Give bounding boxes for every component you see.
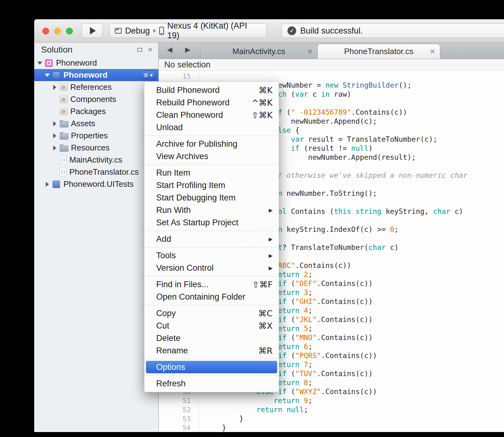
nav-back-icon[interactable]: ◀ bbox=[167, 46, 172, 53]
dock-pad-icon[interactable] bbox=[137, 48, 142, 52]
menu-item-label: Refresh bbox=[156, 379, 273, 389]
expand-icon[interactable] bbox=[52, 121, 58, 127]
menu-item-build-phoneword[interactable]: Build Phoneword⌘K bbox=[144, 84, 279, 96]
close-pad-icon[interactable]: × bbox=[148, 45, 153, 54]
csfile-icon: {} bbox=[59, 156, 67, 164]
menu-separator bbox=[144, 375, 279, 375]
chevron-right-icon bbox=[153, 29, 156, 33]
tree-item-components[interactable]: ⚙Components bbox=[34, 93, 158, 105]
build-config-selector[interactable]: Debug Nexus 4 (KitKat) (API 19) bbox=[110, 24, 267, 38]
close-tab-icon[interactable]: × bbox=[430, 47, 435, 56]
tab-label: MainActivity.cs bbox=[232, 47, 285, 56]
menu-item-set-as-startup-project[interactable]: Set As Startup Project bbox=[144, 216, 279, 229]
menu-item-shortcut: ^⌘K bbox=[252, 98, 273, 108]
zoom-window-button[interactable] bbox=[66, 28, 73, 34]
menu-item-label: Unload bbox=[156, 123, 273, 132]
tree-item-label: MainActivity.cs bbox=[69, 155, 122, 165]
tree-item-references[interactable]: ⚙References bbox=[34, 81, 158, 93]
collapse-icon[interactable] bbox=[37, 60, 43, 66]
menu-item-label: Copy bbox=[156, 309, 252, 318]
tree-item-mainactivity-cs[interactable]: {}MainActivity.cs bbox=[34, 154, 158, 166]
expand-icon[interactable] bbox=[44, 181, 50, 187]
menu-item-clean-phoneword[interactable]: Clean Phoneword⇧⌘K bbox=[144, 109, 279, 121]
menu-item-view-archives[interactable]: View Archives bbox=[144, 150, 279, 163]
tree-item-resources[interactable]: Resources bbox=[34, 142, 158, 154]
menu-item-shortcut: ⇧⌘K bbox=[252, 110, 273, 120]
submenu-arrow-icon: ▶ bbox=[269, 253, 273, 259]
menu-item-start-profiling-item[interactable]: Start Profiling Item bbox=[144, 179, 279, 191]
collapse-icon[interactable] bbox=[44, 72, 50, 78]
folder-icon bbox=[59, 131, 68, 140]
menu-item-label: Rebuild Phoneword bbox=[156, 98, 245, 108]
minimize-window-button[interactable] bbox=[54, 28, 61, 34]
menu-item-run-item[interactable]: Run Item bbox=[144, 167, 279, 179]
close-tab-icon[interactable]: × bbox=[307, 47, 312, 56]
menu-item-delete[interactable]: Delete bbox=[144, 332, 279, 344]
tree-item-properties[interactable]: Properties bbox=[34, 130, 158, 142]
breadcrumb: No selection bbox=[159, 59, 504, 71]
menu-item-add[interactable]: Add▶ bbox=[144, 233, 279, 245]
menu-item-label: Start Profiling Item bbox=[156, 181, 273, 190]
project-options-gear-button[interactable]: ⚙ ▾ bbox=[141, 71, 155, 80]
menu-item-start-debugging-item[interactable]: Start Debugging Item bbox=[144, 191, 279, 204]
code-line: } bbox=[205, 423, 504, 432]
context-menu: Build Phoneword⌘KRebuild Phoneword^⌘KCle… bbox=[144, 81, 279, 392]
menu-item-rename[interactable]: Rename⌘R bbox=[144, 344, 279, 357]
tab-bar: ◀ ▶ MainActivity.cs×PhoneTranslator.cs× bbox=[159, 43, 504, 59]
menu-item-open-containing-folder[interactable]: Open Containing Folder bbox=[144, 291, 279, 303]
tree-item-label: References bbox=[70, 82, 112, 92]
menu-item-label: Run With bbox=[156, 205, 263, 215]
menu-item-tools[interactable]: Tools▶ bbox=[144, 249, 279, 262]
build-status-bar[interactable]: ✓ Build successful. bbox=[282, 24, 504, 38]
menu-item-cut[interactable]: Cut⌘X bbox=[144, 320, 279, 332]
menu-item-shortcut: ⌘X bbox=[259, 321, 273, 331]
run-button[interactable] bbox=[82, 24, 103, 38]
line-number: 52 bbox=[159, 405, 199, 414]
menu-item-shortcut: ⌘K bbox=[259, 85, 273, 95]
device-icon bbox=[159, 27, 164, 35]
expander-spacer bbox=[52, 96, 58, 103]
tree-item-assets[interactable]: Assets bbox=[34, 117, 158, 130]
package-icon: ⚙ bbox=[59, 84, 68, 91]
tree-item-phoneword[interactable]: Phoneword bbox=[34, 57, 158, 69]
tree-item-packages[interactable]: ⚙Packages bbox=[34, 105, 158, 117]
breadcrumb-label: No selection bbox=[164, 60, 211, 70]
menu-item-label: Options bbox=[156, 362, 271, 372]
menu-item-unload[interactable]: Unload bbox=[144, 121, 279, 134]
expander-spacer bbox=[52, 108, 58, 115]
tree-item-phoneword[interactable]: Phoneword⚙ ▾ bbox=[34, 69, 158, 81]
nav-forward-icon[interactable]: ▶ bbox=[185, 46, 190, 53]
menu-item-refresh[interactable]: Refresh bbox=[144, 377, 279, 390]
tab-mainactivity-cs[interactable]: MainActivity.cs× bbox=[200, 44, 318, 59]
tree-item-phonetranslator-cs[interactable]: {}PhoneTranslator.cs bbox=[34, 166, 158, 178]
expand-icon[interactable] bbox=[52, 145, 58, 151]
menu-item-rebuild-phoneword[interactable]: Rebuild Phoneword^⌘K bbox=[144, 96, 279, 109]
menu-item-find-in-files[interactable]: Find in Files...⇧⌘F bbox=[144, 278, 279, 291]
menu-item-copy[interactable]: Copy⌘C bbox=[144, 307, 279, 320]
line-number: 15 bbox=[159, 72, 199, 81]
menu-item-shortcut: ⇧⌘F bbox=[252, 280, 273, 289]
menu-item-label: Version Control bbox=[156, 263, 263, 273]
expand-icon[interactable] bbox=[52, 133, 58, 139]
expand-icon[interactable] bbox=[52, 84, 58, 90]
config-label: Debug bbox=[125, 26, 150, 36]
menu-item-label: Rename bbox=[156, 346, 252, 356]
folder-icon bbox=[59, 144, 68, 152]
menu-separator bbox=[144, 359, 279, 359]
play-icon bbox=[90, 27, 96, 34]
menu-item-archive-for-publishing[interactable]: Archive for Publishing bbox=[144, 138, 279, 150]
menu-item-version-control[interactable]: Version Control▶ bbox=[144, 262, 279, 274]
status-text: Build successful. bbox=[300, 26, 363, 36]
line-number: 53 bbox=[159, 414, 199, 423]
tab-phonetranslator-cs[interactable]: PhoneTranslator.cs× bbox=[317, 44, 440, 59]
tab-strip: MainActivity.cs×PhoneTranslator.cs× bbox=[200, 43, 504, 59]
menu-separator bbox=[144, 231, 279, 231]
tree-item-phoneword-uitests[interactable]: Phoneword.UITests bbox=[34, 178, 158, 190]
package-icon: ⚙ bbox=[59, 108, 68, 115]
tree-item-label: Packages bbox=[70, 107, 106, 116]
menu-item-options[interactable]: Options bbox=[146, 361, 277, 373]
menu-item-label: Find in Files... bbox=[156, 280, 246, 289]
tree-item-label: Phoneword bbox=[63, 70, 108, 80]
close-window-button[interactable] bbox=[42, 28, 49, 34]
menu-item-run-with[interactable]: Run With▶ bbox=[144, 204, 279, 216]
